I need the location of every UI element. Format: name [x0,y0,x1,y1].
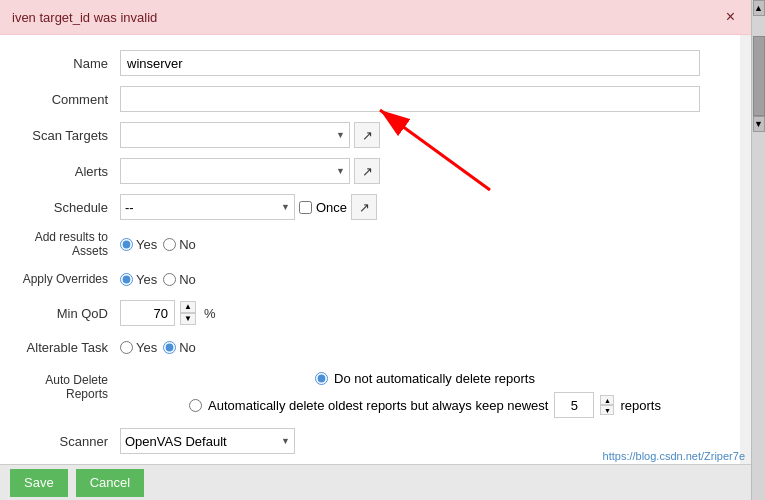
alerts-select[interactable] [120,158,350,184]
name-input[interactable] [120,50,700,76]
add-results-yes-text: Yes [136,237,157,252]
alterable-task-label: Alterable Task [10,340,120,355]
add-results-yes-label[interactable]: Yes [120,237,157,252]
scan-targets-new-button[interactable]: ↗ [354,122,380,148]
once-checkbox-label[interactable]: Once [299,200,347,215]
cancel-button[interactable]: Cancel [76,469,144,497]
name-control [120,50,730,76]
min-qod-up-button[interactable]: ▲ [180,301,196,313]
add-results-no-label[interactable]: No [163,237,196,252]
comment-control [120,86,730,112]
auto-delete-label: Auto Delete Reports [10,371,120,401]
schedule-label: Schedule [10,200,120,215]
schedule-row: Schedule -- Once ↗ [0,189,740,225]
comment-label: Comment [10,92,120,107]
add-results-no-text: No [179,237,196,252]
keep-newest-down-button[interactable]: ▼ [600,405,614,415]
apply-overrides-no-radio[interactable] [163,273,176,286]
scrollbar: ▲ ▼ [751,0,765,500]
min-qod-row: Min QoD ▲ ▼ % [0,295,740,331]
apply-overrides-yes-label[interactable]: Yes [120,272,157,287]
save-button[interactable]: Save [10,469,68,497]
alterable-yes-label[interactable]: Yes [120,340,157,355]
schedule-new-button[interactable]: ↗ [351,194,377,220]
name-label: Name [10,56,120,71]
apply-overrides-yes-radio[interactable] [120,273,133,286]
schedule-select-wrapper: -- [120,194,295,220]
schedule-control: -- Once ↗ [120,194,730,220]
apply-overrides-yes-text: Yes [136,272,157,287]
name-row: Name [0,45,740,81]
alterable-no-text: No [179,340,196,355]
scan-targets-select[interactable] [120,122,350,148]
min-qod-unit: % [204,306,216,321]
alterable-no-label[interactable]: No [163,340,196,355]
auto-delete-keep-label: Automatically delete oldest reports but … [208,398,548,413]
apply-overrides-no-text: No [179,272,196,287]
once-label: Once [316,200,347,215]
min-qod-spinner: ▲ ▼ [180,301,196,325]
min-qod-input[interactable] [120,300,175,326]
auto-delete-keep-input[interactable] [554,392,594,418]
scrollbar-thumb[interactable] [753,36,765,116]
alerts-control: ↗ [120,158,730,184]
apply-overrides-control: Yes No [120,272,730,287]
auto-delete-keep-radio[interactable] [189,399,202,412]
keep-newest-spinner: ▲ ▼ [600,395,614,415]
auto-delete-control: Do not automatically delete reports Auto… [120,371,730,418]
add-results-control: Yes No [120,237,730,252]
comment-input[interactable] [120,86,700,112]
watermark: https://blog.csdn.net/Zriper7e [603,450,745,462]
alerts-label: Alerts [10,164,120,179]
scanner-select[interactable]: OpenVAS Default [120,428,295,454]
auto-delete-suffix: reports [620,398,660,413]
scrollbar-down-button[interactable]: ▼ [753,116,765,132]
alterable-yes-text: Yes [136,340,157,355]
alerts-new-button[interactable]: ↗ [354,158,380,184]
scan-targets-control: ↗ [120,122,730,148]
add-results-yes-radio[interactable] [120,238,133,251]
alerts-select-wrapper [120,158,350,184]
auto-delete-none-label: Do not automatically delete reports [334,371,535,386]
add-results-row: Add results to Assets Yes No [0,225,740,263]
bottom-bar: Save Cancel [0,464,751,500]
close-error-button[interactable]: × [722,8,739,26]
scrollbar-up-button[interactable]: ▲ [753,0,765,16]
apply-overrides-label: Apply Overrides [10,272,120,286]
min-qod-control: ▲ ▼ % [120,300,730,326]
apply-overrides-row: Apply Overrides Yes No [0,263,740,295]
apply-overrides-no-label[interactable]: No [163,272,196,287]
min-qod-label: Min QoD [10,306,120,321]
comment-row: Comment [0,81,740,117]
alterable-task-row: Alterable Task Yes No [0,331,740,363]
once-checkbox[interactable] [299,201,312,214]
scan-targets-select-wrapper [120,122,350,148]
error-message: iven target_id was invalid [12,10,157,25]
keep-newest-up-button[interactable]: ▲ [600,395,614,405]
alterable-no-radio[interactable] [163,341,176,354]
auto-delete-none-radio[interactable] [315,372,328,385]
schedule-select[interactable]: -- [120,194,295,220]
error-banner: iven target_id was invalid × [0,0,751,35]
form-container: Name Comment Scan Targets ↗ [0,35,740,500]
min-qod-down-button[interactable]: ▼ [180,313,196,325]
add-results-label: Add results to Assets [10,230,120,258]
alerts-row: Alerts ↗ [0,153,740,189]
scan-targets-row: Scan Targets ↗ [0,117,740,153]
auto-delete-row: Auto Delete Reports Do not automatically… [0,363,740,423]
scanner-label: Scanner [10,434,120,449]
scan-targets-label: Scan Targets [10,128,120,143]
auto-delete-option2-row: Automatically delete oldest reports but … [189,392,661,418]
auto-delete-option1-row: Do not automatically delete reports [315,371,535,386]
alterable-yes-radio[interactable] [120,341,133,354]
scanner-select-wrapper: OpenVAS Default [120,428,295,454]
add-results-no-radio[interactable] [163,238,176,251]
alterable-task-control: Yes No [120,340,730,355]
